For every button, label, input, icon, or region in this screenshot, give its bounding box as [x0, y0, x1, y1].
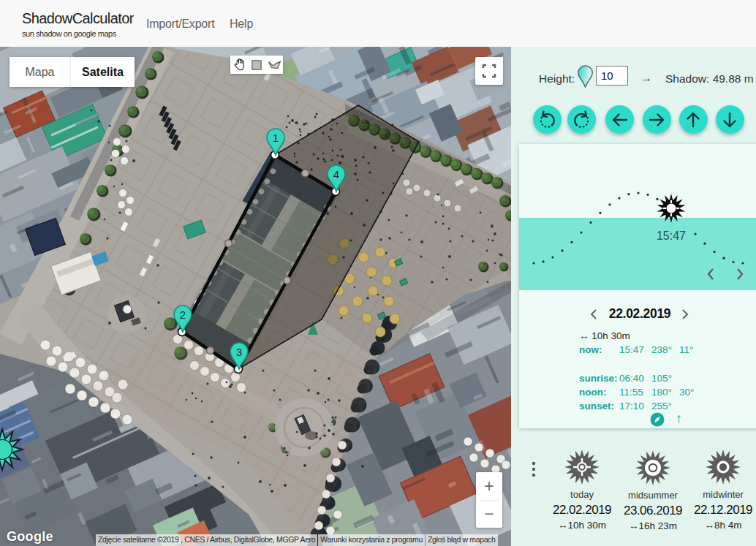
svg-text:15:47: 15:47: [657, 230, 686, 242]
svg-text:1: 1: [273, 132, 279, 144]
svg-text:4: 4: [333, 168, 339, 181]
svg-text:3: 3: [236, 346, 242, 358]
svg-text:2: 2: [180, 308, 186, 321]
